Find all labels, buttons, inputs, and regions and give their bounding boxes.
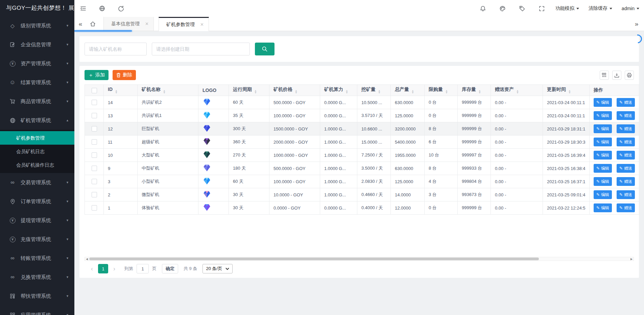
- select-all-checkbox[interactable]: [92, 88, 97, 93]
- edit-button[interactable]: ✎编辑: [594, 124, 612, 133]
- gift-button[interactable]: ✎赠送: [617, 124, 635, 133]
- sidebar-item-2[interactable]: ¥资产管理系统▼: [0, 54, 74, 73]
- admin-user-menu[interactable]: admin: [622, 6, 639, 11]
- tab-close-icon[interactable]: ✕: [200, 22, 204, 27]
- edit-button[interactable]: ✎编辑: [594, 98, 612, 107]
- collapse-tabs-icon[interactable]: «: [74, 17, 87, 31]
- row-checkbox[interactable]: [92, 179, 97, 184]
- row-checkbox[interactable]: [92, 126, 97, 131]
- column-header-stock[interactable]: 库存量▲▼: [458, 85, 491, 96]
- sort-icon[interactable]: ▲▼: [295, 90, 297, 94]
- refresh-icon[interactable]: [117, 4, 125, 13]
- column-header-cycle[interactable]: 运行周期▲▼: [229, 85, 269, 96]
- edit-button[interactable]: ✎编辑: [594, 190, 612, 199]
- row-checkbox[interactable]: [92, 139, 97, 145]
- edit-button[interactable]: ✎编辑: [594, 164, 612, 173]
- sort-icon[interactable]: ▲▼: [378, 90, 381, 94]
- gift-button[interactable]: ✎赠送: [617, 203, 635, 212]
- export-button[interactable]: [612, 71, 621, 80]
- gift-button[interactable]: ✎赠送: [617, 190, 635, 199]
- scrollbar-thumb[interactable]: [89, 258, 539, 260]
- row-checkbox[interactable]: [92, 192, 97, 197]
- sort-icon[interactable]: ▲▼: [568, 90, 571, 94]
- sidebar-item-5[interactable]: 矿机管理系统▲: [0, 111, 74, 130]
- sidebar-item-4[interactable]: 商品管理系统▼: [0, 92, 74, 111]
- table-row[interactable]: 3小型矿机60 天100.0000 - GOY1.0000 G...2.0830…: [85, 175, 639, 188]
- sidebar-subitem-5-2[interactable]: 会员矿机操作日志: [0, 158, 74, 172]
- column-header-name[interactable]: 矿机名称▲▼: [138, 85, 198, 96]
- column-header-total[interactable]: 总产量▲▼: [391, 85, 425, 96]
- delete-button[interactable]: 删除: [113, 70, 136, 80]
- column-header-price[interactable]: 矿机价格▲▼: [269, 85, 320, 96]
- create-date-input[interactable]: [152, 43, 250, 55]
- row-checkbox[interactable]: [92, 113, 97, 118]
- tabs-overflow-icon[interactable]: »: [629, 17, 644, 31]
- sidebar-item-7[interactable]: 订单管理系统▼: [0, 192, 74, 211]
- table-row[interactable]: 1体验矿机30 天0.0000 - GOY0.0000 G...0.4000 /…: [85, 201, 639, 215]
- sidebar-item-12[interactable]: 帮扶管理系统▼: [0, 287, 74, 306]
- sort-icon[interactable]: ▲▼: [345, 90, 348, 94]
- notifications-bell-icon[interactable]: [479, 4, 487, 13]
- globe-icon[interactable]: [98, 4, 106, 13]
- sort-icon[interactable]: ▲▼: [254, 90, 257, 94]
- gift-button[interactable]: ✎赠送: [617, 164, 635, 173]
- row-checkbox[interactable]: [92, 152, 97, 158]
- current-page-button[interactable]: 1: [98, 264, 108, 273]
- prev-page-button[interactable]: ‹: [89, 265, 95, 272]
- column-header-gift[interactable]: 赠送资产▲▼: [491, 85, 543, 96]
- column-header-updated[interactable]: 更新时间▲▼: [543, 85, 590, 96]
- search-button[interactable]: [255, 43, 275, 55]
- sort-icon[interactable]: ▲▼: [516, 90, 519, 94]
- home-icon[interactable]: [87, 17, 99, 31]
- sidebar-item-8[interactable]: ¥提现管理系统▼: [0, 211, 74, 230]
- sort-icon[interactable]: ▲▼: [478, 90, 481, 94]
- clear-cache-menu[interactable]: 清除缓存: [589, 5, 612, 11]
- sidebar-item-11[interactable]: ∞兑换管理系统▼: [0, 268, 74, 287]
- tag-icon[interactable]: [518, 4, 526, 13]
- table-row[interactable]: 9中型矿机180 天500.0000 - GOY1.0000 G...3.500…: [85, 162, 639, 175]
- sort-icon[interactable]: ▲▼: [411, 90, 414, 94]
- edit-button[interactable]: ✎编辑: [594, 111, 612, 120]
- add-button[interactable]: ＋ 添加: [85, 70, 109, 80]
- gift-button[interactable]: ✎赠送: [617, 98, 635, 107]
- sort-icon[interactable]: ▲▼: [115, 90, 118, 94]
- theme-palette-icon[interactable]: [499, 4, 507, 13]
- scroll-right-arrow[interactable]: ▶: [629, 257, 634, 261]
- sort-icon[interactable]: ▲▼: [445, 90, 448, 94]
- gift-button[interactable]: ✎赠送: [617, 111, 635, 120]
- column-header-limit[interactable]: 限购量▲▼: [425, 85, 458, 96]
- row-checkbox[interactable]: [92, 205, 97, 211]
- sidebar-subitem-5-1[interactable]: 会员矿机日志: [0, 145, 74, 158]
- scroll-left-arrow[interactable]: ◀: [85, 257, 89, 261]
- gift-button[interactable]: ✎赠送: [617, 151, 635, 160]
- table-row[interactable]: 11超级矿机360 天2000.0000 - GOY1.0000 G...15.…: [85, 136, 639, 149]
- tab-basic-info[interactable]: 基本信息管理 ✕: [103, 17, 154, 31]
- edit-button[interactable]: ✎编辑: [594, 203, 612, 212]
- sidebar-toggle-icon[interactable]: [79, 4, 87, 13]
- sidebar-item-0[interactable]: ◇级别管理系统▼: [0, 16, 74, 35]
- column-header-mining[interactable]: 挖矿量▲▼: [357, 85, 391, 96]
- gift-button[interactable]: ✎赠送: [617, 177, 635, 186]
- miner-name-input[interactable]: [85, 43, 147, 55]
- row-checkbox[interactable]: [92, 100, 97, 105]
- table-row[interactable]: 14共识矿机260 天500.0000 - GOY0.0000 G...10.5…: [85, 96, 639, 109]
- table-row[interactable]: 2微型矿机30 天10.0000 - GOY1.0000 G...0.4660 …: [85, 188, 639, 201]
- column-header-power[interactable]: 矿机算力▲▼: [320, 85, 357, 96]
- gift-button[interactable]: ✎赠送: [617, 138, 635, 146]
- column-header-id[interactable]: ID▲▼: [104, 85, 138, 96]
- edit-button[interactable]: ✎编辑: [594, 151, 612, 160]
- tab-close-icon[interactable]: ✕: [145, 21, 149, 26]
- table-row[interactable]: 12巨型矿机300 天1500.0000 - GOY1.0000 G...10.…: [85, 122, 639, 136]
- page-size-select[interactable]: 20 条/页: [202, 264, 233, 273]
- confirm-page-button[interactable]: 确定: [162, 264, 178, 273]
- print-button[interactable]: [625, 71, 634, 80]
- fullscreen-icon[interactable]: [538, 4, 546, 13]
- sidebar-item-10[interactable]: ∞转账管理系统▼: [0, 249, 74, 268]
- table-row[interactable]: 13共识矿机135 天100.0000 - GOY0.0000 G...3.57…: [85, 109, 639, 122]
- function-simulate-menu[interactable]: 功能模拟: [555, 5, 579, 11]
- goto-page-input[interactable]: [137, 264, 149, 273]
- sidebar-item-1[interactable]: 企业信息管理▼: [0, 35, 74, 54]
- sort-icon[interactable]: ▲▼: [163, 90, 166, 94]
- tab-miner-params[interactable]: 矿机参数管理 ✕: [159, 17, 209, 31]
- horizontal-scrollbar[interactable]: ◀ ▶: [85, 257, 634, 261]
